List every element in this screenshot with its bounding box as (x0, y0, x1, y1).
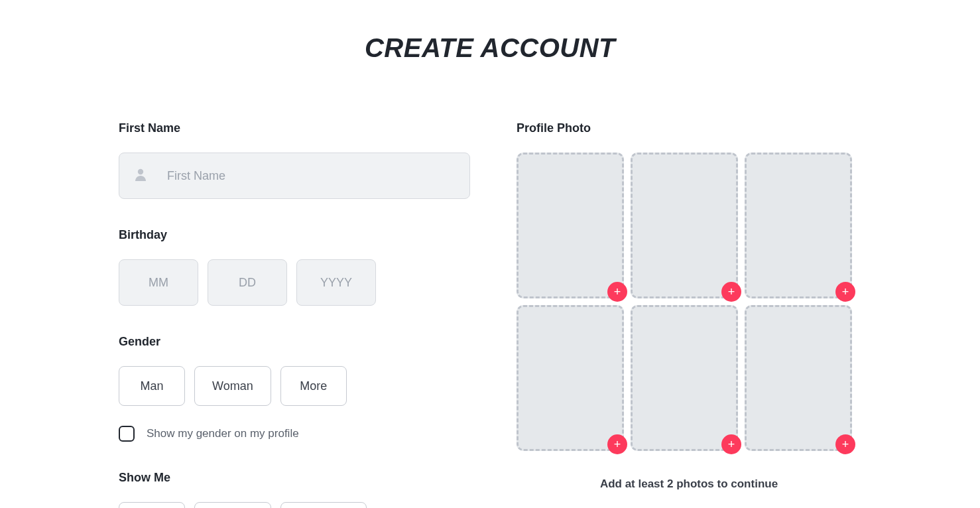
plus-icon: + (614, 286, 621, 298)
photo-slot-6[interactable]: + (745, 305, 852, 451)
page-title: CREATE ACCOUNT (0, 33, 980, 63)
add-photo-button[interactable]: + (721, 282, 741, 302)
profile-photo-label: Profile Photo (517, 121, 861, 135)
show-me-option-everyone[interactable]: Everyone (280, 502, 367, 508)
show-me-option-men[interactable]: Men (119, 502, 185, 508)
first-name-label: First Name (119, 121, 470, 135)
plus-icon: + (728, 286, 735, 298)
add-photo-button[interactable]: + (607, 282, 627, 302)
show-me-option-women[interactable]: Women (194, 502, 271, 508)
show-gender-label: Show my gender on my profile (147, 427, 299, 440)
first-name-input-wrap[interactable] (119, 153, 470, 199)
add-photo-button[interactable]: + (607, 434, 627, 454)
plus-icon: + (614, 438, 621, 450)
plus-icon: + (842, 438, 849, 450)
birthday-year-input[interactable] (296, 259, 376, 306)
photo-slot-2[interactable]: + (631, 153, 738, 298)
add-photo-button[interactable]: + (835, 434, 855, 454)
plus-icon: + (728, 438, 735, 450)
show-gender-checkbox[interactable] (119, 426, 135, 442)
first-name-input[interactable] (167, 169, 456, 183)
birthday-label: Birthday (119, 228, 470, 242)
photo-slot-5[interactable]: + (631, 305, 738, 451)
gender-option-man[interactable]: Man (119, 366, 185, 406)
birthday-day-input[interactable] (208, 259, 287, 306)
first-name-section: First Name (119, 121, 470, 199)
birthday-month-input[interactable] (119, 259, 198, 306)
show-me-label: Show Me (119, 471, 470, 485)
plus-icon: + (842, 286, 849, 298)
add-photo-button[interactable]: + (835, 282, 855, 302)
gender-section: Gender Man Woman More Show my gender on … (119, 335, 470, 442)
photo-grid: + + + + + + (517, 153, 861, 451)
photo-slot-1[interactable]: + (517, 153, 624, 298)
gender-option-more[interactable]: More (280, 366, 347, 406)
birthday-section: Birthday (119, 228, 470, 306)
photo-slot-4[interactable]: + (517, 305, 624, 451)
svg-point-0 (138, 169, 143, 174)
gender-label: Gender (119, 335, 470, 349)
photo-hint: Add at least 2 photos to continue (517, 477, 861, 491)
photo-slot-3[interactable]: + (745, 153, 852, 298)
person-icon (133, 166, 149, 185)
add-photo-button[interactable]: + (721, 434, 741, 454)
show-me-section: Show Me Men Women Everyone (119, 471, 470, 508)
gender-option-woman[interactable]: Woman (194, 366, 271, 406)
